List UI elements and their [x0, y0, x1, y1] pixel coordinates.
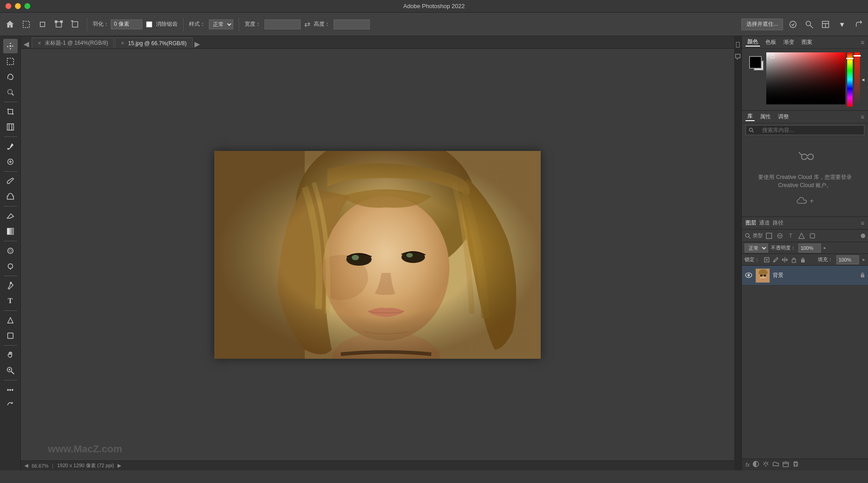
- tool-more[interactable]: •••: [3, 383, 18, 397]
- layer-adjustment-icon[interactable]: [762, 460, 769, 469]
- tool-marquee[interactable]: [3, 54, 18, 69]
- lock-brush-icon[interactable]: [772, 256, 779, 263]
- gradient-arrow-btn[interactable]: ◀: [862, 52, 864, 107]
- antialias-label: 消除锯齿: [156, 20, 178, 28]
- window-controls[interactable]: [5, 3, 30, 9]
- opacity-arrow[interactable]: ▸: [824, 245, 826, 251]
- tab-channels[interactable]: 通道: [759, 219, 770, 227]
- layer-group-icon[interactable]: [772, 460, 779, 469]
- minimize-button[interactable]: [15, 3, 21, 9]
- tab-15jpg[interactable]: ✕ 15.jpg @ 66.7%(RGB/8): [115, 38, 193, 48]
- close-icon[interactable]: ✕: [38, 41, 41, 46]
- tool-pen[interactable]: [3, 278, 18, 293]
- fill-arrow[interactable]: ▸: [863, 257, 865, 263]
- panel-color-side[interactable]: [735, 42, 741, 48]
- library-add-icon[interactable]: +: [810, 197, 814, 205]
- tool-path-select[interactable]: [3, 313, 18, 328]
- status-arrow-left[interactable]: ◀: [24, 463, 28, 469]
- color-gradient-box[interactable]: [766, 52, 845, 104]
- select-mask-button[interactable]: 选择并遮住...: [741, 19, 783, 30]
- lock-pixel-icon[interactable]: [763, 256, 770, 263]
- hue-slider[interactable]: [847, 52, 853, 107]
- tool-eraser[interactable]: [3, 209, 18, 223]
- tool-brush[interactable]: [3, 174, 18, 188]
- canvas-scroll[interactable]: www.MacZ.com: [21, 49, 734, 460]
- share-icon[interactable]: [852, 18, 864, 31]
- layer-item-background[interactable]: 背景: [742, 266, 868, 286]
- tab-adjustments[interactable]: 调整: [776, 113, 791, 121]
- layer-delete-icon[interactable]: [792, 460, 799, 469]
- search-icon[interactable]: [803, 18, 816, 31]
- workspace-icon[interactable]: [819, 18, 832, 31]
- tool-eyedropper[interactable]: [3, 139, 18, 154]
- close-button[interactable]: [5, 3, 11, 9]
- tool-quick-select[interactable]: [3, 85, 18, 99]
- rect-select-icon[interactable]: [36, 18, 49, 31]
- filter-shape[interactable]: [797, 231, 806, 240]
- panel-comment-side[interactable]: [735, 53, 741, 60]
- svg-point-67: [764, 275, 766, 277]
- lock-all-icon[interactable]: [799, 256, 807, 263]
- library-search-input[interactable]: [760, 126, 858, 135]
- transform-icon[interactable]: [52, 18, 65, 31]
- layer-mask-icon[interactable]: [752, 460, 760, 469]
- layer-add-icon[interactable]: [782, 460, 789, 469]
- fill-input[interactable]: [836, 255, 859, 264]
- tab-layers[interactable]: 图层: [745, 219, 756, 227]
- tab-scroll-right[interactable]: ▶: [193, 40, 201, 48]
- antialias-checkbox[interactable]: [146, 21, 152, 28]
- width-input[interactable]: [264, 19, 301, 29]
- tool-dodge[interactable]: [3, 259, 18, 273]
- layers-panel-menu[interactable]: ≡: [861, 220, 864, 227]
- layer-visibility[interactable]: [745, 272, 753, 279]
- filter-adjust[interactable]: [775, 231, 784, 240]
- status-arrow-right[interactable]: ▶: [118, 463, 121, 469]
- home-icon[interactable]: [4, 18, 16, 31]
- tool-move[interactable]: [3, 39, 18, 53]
- tool-blur[interactable]: [3, 244, 18, 258]
- select-all-icon[interactable]: [20, 18, 33, 31]
- tab-library[interactable]: 库: [745, 113, 755, 121]
- library-panel-menu[interactable]: ≡: [861, 113, 864, 121]
- lock-artboard-icon[interactable]: [790, 256, 797, 263]
- foreground-swatch[interactable]: [749, 56, 762, 69]
- opacity-input[interactable]: [798, 244, 821, 253]
- rotate-icon[interactable]: [69, 18, 81, 31]
- style-select[interactable]: 正常: [209, 19, 233, 29]
- tool-heal[interactable]: [3, 155, 18, 169]
- tool-shape[interactable]: [3, 328, 18, 343]
- tab-pattern[interactable]: 图案: [800, 38, 814, 46]
- tab-scroll-left[interactable]: ◀: [23, 40, 30, 48]
- layer-fx-icon[interactable]: fx: [745, 462, 750, 468]
- svg-point-6: [790, 21, 796, 28]
- tool-stamp[interactable]: [3, 189, 18, 204]
- tab-gradient[interactable]: 渐变: [782, 38, 796, 46]
- filter-pixel[interactable]: [764, 231, 774, 240]
- height-input[interactable]: [334, 19, 370, 29]
- opacity-slider[interactable]: [854, 52, 860, 104]
- swap-icon[interactable]: ⇄: [304, 20, 310, 28]
- tab-paths[interactable]: 路径: [773, 219, 783, 227]
- tab-color[interactable]: 颜色: [745, 38, 760, 47]
- filter-text[interactable]: T: [786, 231, 795, 240]
- tab-close-icon[interactable]: ✕: [121, 41, 124, 46]
- color-panel-menu[interactable]: ≡: [861, 39, 864, 46]
- tool-frame[interactable]: [3, 120, 18, 134]
- tool-gradient[interactable]: [3, 224, 18, 239]
- maximize-button[interactable]: [24, 3, 30, 9]
- tool-hand[interactable]: [3, 348, 18, 362]
- cloud-sync-icon[interactable]: [787, 18, 799, 31]
- lock-move-icon[interactable]: [781, 256, 788, 263]
- tab-swatches[interactable]: 色板: [764, 38, 778, 46]
- workspace-arrow-icon[interactable]: ▾: [835, 18, 848, 31]
- tab-properties[interactable]: 属性: [758, 113, 773, 121]
- tab-untitled[interactable]: ✕ 未标题-1 @ 164%(RGB/8): [32, 38, 114, 48]
- tool-rotate-canvas[interactable]: [3, 398, 18, 413]
- tool-text[interactable]: T: [3, 294, 18, 308]
- filter-smart[interactable]: [808, 231, 817, 240]
- feather-input[interactable]: [111, 19, 142, 29]
- tool-zoom[interactable]: [3, 363, 18, 378]
- blend-mode-select[interactable]: 正常: [745, 244, 768, 253]
- tool-lasso[interactable]: [3, 70, 18, 84]
- tool-crop[interactable]: [3, 104, 18, 119]
